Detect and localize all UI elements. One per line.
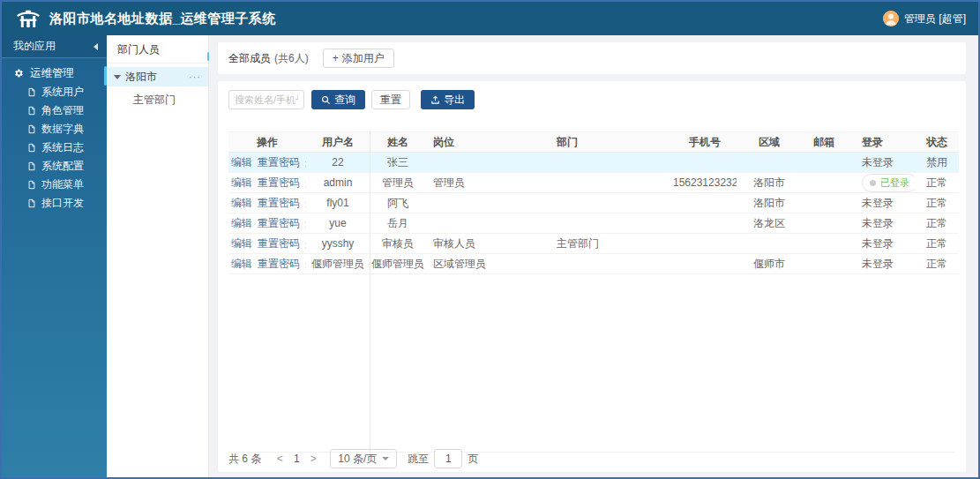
sidebar-item[interactable]: 系统日志	[2, 138, 107, 157]
cell-phone	[673, 254, 737, 274]
cell-email	[802, 173, 846, 193]
caret-down-icon[interactable]	[114, 75, 121, 79]
sidebar-group-ops[interactable]: 运维管理	[2, 64, 107, 83]
add-user-button[interactable]: + 添加用户	[323, 49, 394, 68]
sidebar-item[interactable]: 系统配置	[2, 157, 107, 176]
cell-name: 管理员	[370, 173, 426, 193]
reset-button[interactable]: 重置	[371, 90, 410, 109]
delete-link[interactable]: 删除	[305, 258, 306, 270]
user-name[interactable]: 管理员 [超管]	[904, 11, 966, 26]
next-page-button[interactable]: >	[305, 453, 321, 465]
cell-phone: 15623123232	[673, 173, 737, 193]
cell-email	[802, 213, 846, 234]
cell-username: admin	[306, 173, 370, 193]
column-header: 姓名	[370, 132, 426, 153]
reset-password-link[interactable]: 重置密码	[258, 176, 300, 189]
cell-login: 未登录	[846, 153, 915, 173]
edit-link[interactable]: 编辑	[231, 156, 252, 168]
table-row[interactable]: 编辑重置密码删除 yysshy 审核员 审核人员 主管部门 未登录 正常	[228, 234, 959, 254]
cell-username: fly01	[306, 193, 370, 213]
table-header-row: 操作用户名姓名岗位部门手机号区域邮箱登录状态	[228, 132, 959, 153]
main-content: 全部成员 (共6人) + 添加用户 查询 重置	[209, 35, 978, 477]
column-header: 用户名	[306, 132, 370, 153]
edit-link[interactable]: 编辑	[231, 176, 252, 189]
table-row[interactable]: 编辑重置密码删除 admin 管理员 管理员 15623123232 洛阳市 已…	[228, 173, 959, 193]
my-apps-header[interactable]: 我的应用	[2, 35, 107, 58]
tree-node-luoyang[interactable]: 洛阳市 ···	[107, 67, 208, 86]
prev-page-button[interactable]: <	[272, 453, 288, 465]
cell-status: 正常	[915, 173, 959, 193]
cell-dept	[550, 213, 673, 234]
table-row[interactable]: 编辑重置密码删除 22 张三 未登录 禁用	[228, 153, 959, 173]
delete-link[interactable]: 删除	[305, 217, 306, 229]
export-button[interactable]: 导出	[421, 90, 475, 109]
document-icon	[27, 180, 36, 190]
cell-name: 岳月	[370, 213, 426, 234]
department-panel-title: 部门人员	[107, 35, 208, 64]
more-options-icon[interactable]: ···	[189, 71, 201, 82]
edit-link[interactable]: 编辑	[231, 197, 252, 209]
sidebar-item[interactable]: 接口开发	[2, 194, 107, 213]
cell-login: 已登录	[846, 173, 915, 193]
search-bar: 查询 重置 导出	[228, 90, 955, 109]
search-input[interactable]	[228, 90, 304, 109]
pagination: 共 6 条 < 1 > 10 条/页 跳至 页	[228, 449, 478, 468]
table-row[interactable]: 编辑重置密码删除 fly01 阿飞 洛阳市 未登录 正常	[228, 193, 959, 213]
delete-link[interactable]: 删除	[305, 237, 306, 250]
cell-name: 阿飞	[370, 193, 426, 213]
cell-name: 张三	[370, 153, 426, 173]
reset-password-link[interactable]: 重置密码	[258, 258, 300, 270]
sidebar-item-label: 数据字典	[41, 122, 84, 137]
fixed-column-divider	[370, 131, 370, 452]
current-page[interactable]: 1	[288, 453, 305, 465]
cell-email	[802, 193, 846, 213]
delete-link[interactable]: 删除	[305, 197, 306, 209]
sidebar-item[interactable]: 数据字典	[2, 120, 107, 138]
document-icon	[27, 106, 36, 116]
cell-status: 正常	[915, 234, 959, 254]
delete-link[interactable]: 删除	[305, 176, 306, 189]
plus-icon: +	[333, 52, 339, 64]
jump-page-input[interactable]	[434, 449, 462, 468]
table-row[interactable]: 编辑重置密码删除 偃师管理员 偃师管理员 区域管理员 偃师市 未登录 正常	[228, 254, 959, 274]
cell-region: 洛阳市	[737, 193, 802, 213]
cell-phone	[673, 153, 737, 173]
reset-password-link[interactable]: 重置密码	[258, 217, 300, 229]
user-avatar[interactable]	[883, 11, 899, 26]
cell-status: 禁用	[915, 153, 959, 173]
login-status-pill[interactable]: 已登录	[862, 174, 915, 192]
cell-status: 正常	[915, 193, 959, 213]
sidebar-item[interactable]: 功能菜单	[2, 176, 107, 194]
column-header: 登录	[846, 132, 915, 153]
jump-label: 跳至	[408, 452, 429, 467]
cell-dept: 主管部门	[550, 234, 673, 254]
sidebar-item[interactable]: 角色管理	[2, 101, 107, 120]
cell-name: 审核员	[370, 234, 426, 254]
reset-password-link[interactable]: 重置密码	[258, 237, 300, 250]
column-header: 邮箱	[802, 132, 846, 153]
column-header: 状态	[915, 132, 959, 153]
table-row[interactable]: 编辑重置密码删除 yue 岳月 洛龙区 未登录 正常	[228, 213, 959, 234]
reset-password-link[interactable]: 重置密码	[258, 197, 300, 209]
document-icon	[27, 124, 36, 134]
cell-login: 未登录	[846, 254, 915, 274]
edit-link[interactable]: 编辑	[231, 258, 252, 270]
delete-link[interactable]: 删除	[305, 156, 306, 168]
cell-phone	[673, 193, 737, 213]
query-button[interactable]: 查询	[311, 90, 365, 109]
page-size-select[interactable]: 10 条/页	[330, 449, 397, 468]
reset-password-link[interactable]: 重置密码	[258, 156, 300, 168]
tree-node-main-dept[interactable]: 主管部门	[107, 90, 208, 109]
edit-link[interactable]: 编辑	[231, 217, 252, 229]
person-icon	[883, 11, 899, 26]
cell-status: 正常	[915, 254, 959, 274]
row-actions: 编辑重置密码删除	[228, 153, 306, 173]
cell-email	[802, 153, 846, 173]
cell-dept	[550, 173, 673, 193]
sidebar-item-label: 系统用户	[41, 85, 84, 100]
document-icon	[27, 198, 36, 208]
edit-link[interactable]: 编辑	[231, 237, 252, 250]
sidebar-item[interactable]: 系统用户	[2, 83, 107, 101]
members-toolbar: 全部成员 (共6人) + 添加用户	[218, 42, 966, 74]
collapse-icon[interactable]	[94, 43, 98, 50]
